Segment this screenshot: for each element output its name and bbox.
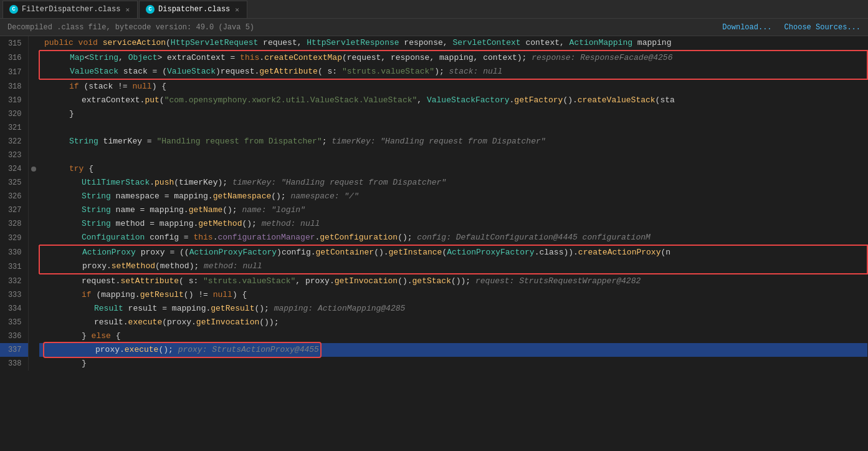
code-token: getResult: [140, 290, 184, 299]
code-token: ,: [417, 95, 427, 105]
code-token: method = mapping.: [111, 219, 198, 228]
code-token: );: [434, 67, 449, 76]
download-link[interactable]: Download...: [722, 23, 771, 32]
code-token: "Handling request from Dispatcher": [156, 137, 322, 146]
code-token: ,: [118, 53, 128, 62]
gutter-cell: [28, 162, 39, 176]
code-token: response,: [399, 38, 453, 47]
table-row: 337proxy.execute(); proxy: StrutsActionP…: [0, 343, 867, 357]
code-token: (timerKey);: [174, 178, 232, 187]
code-area: 315public void serviceAction(HttpServlet…: [0, 36, 868, 451]
code-cell: if (mapping.getResult() != null) {: [39, 288, 867, 302]
table-row: 330ActionProxy proxy = ((ActionProxyFact…: [0, 245, 867, 259]
tab-filter-dispatcher[interactable]: C FilterDispatcher.class ✕: [2, 1, 138, 18]
code-token: execute: [128, 318, 163, 327]
gutter-cell: [28, 107, 39, 121]
code-token: proxy.: [82, 261, 112, 271]
gutter-cell: [28, 329, 39, 343]
code-cell: }: [39, 107, 867, 121]
code-token: "struts.valueStack": [203, 276, 295, 286]
code-token: mapping: ActionMapping@4285: [274, 304, 406, 313]
code-cell: }: [39, 357, 867, 371]
table-row: 328String method = mapping.getMethod(); …: [0, 217, 867, 231]
code-token: setMethod: [112, 261, 155, 271]
code-cell: String namespace = mapping.getNamespace(…: [39, 190, 867, 203]
code-token: createContextMap: [264, 53, 342, 62]
code-token: (request, response, mapping, context);: [342, 53, 532, 62]
code-cell: } else {: [39, 329, 867, 343]
line-number: 332: [0, 274, 28, 288]
code-cell: [39, 121, 867, 135]
code-token: serviceAction: [103, 38, 166, 47]
code-token: this: [240, 53, 259, 62]
code-token: public: [44, 38, 79, 47]
code-token: namespace = mapping.: [111, 192, 213, 201]
code-token: put: [145, 95, 159, 105]
gutter-cell: [28, 51, 39, 65]
code-token: getMethod: [198, 219, 242, 228]
code-token: getContainer: [316, 248, 374, 257]
code-token: getInvocation: [335, 276, 398, 286]
tab-label-filter: FilterDispatcher.class: [22, 5, 120, 14]
code-token: configurationManager: [217, 233, 315, 242]
code-token: stack: null: [449, 67, 503, 76]
gutter-cell: [28, 79, 39, 94]
line-number: 337: [0, 343, 28, 357]
code-cell: proxy.setMethod(method); method: null: [39, 259, 867, 274]
code-token: ());: [451, 276, 475, 286]
line-number: 320: [0, 107, 28, 121]
code-token: String: [69, 137, 98, 146]
table-row: 316Map<String, Object> extraContext = th…: [0, 51, 867, 65]
tab-label-dispatcher: Dispatcher.class: [158, 5, 230, 14]
code-token: (: [166, 38, 171, 47]
code-token: Configuration: [82, 233, 145, 242]
code-token: ();: [271, 192, 290, 201]
code-token: (: [318, 67, 328, 76]
code-token: null: [132, 82, 151, 91]
code-token: (n: [661, 248, 670, 257]
code-token: execute: [125, 345, 159, 354]
code-token: (sta: [656, 95, 675, 105]
code-token: s:: [189, 276, 203, 286]
line-number: 323: [0, 148, 28, 162]
table-row: 327String name = mapping.getName(); name…: [0, 203, 867, 217]
code-token: .: [150, 178, 155, 187]
code-token: ) {: [152, 82, 166, 91]
code-token: )config.: [277, 248, 315, 257]
gutter-cell: [28, 357, 39, 371]
code-token: ();: [242, 219, 261, 228]
code-token: stack = (: [118, 67, 167, 76]
code-cell: Configuration config = this.configuratio…: [39, 231, 867, 245]
code-token: request: StrutsRequestWrapper@4282: [475, 276, 641, 286]
line-number: 328: [0, 217, 28, 231]
gutter-cell: [28, 259, 39, 274]
code-token: extraContext =: [167, 53, 240, 62]
line-number: 326: [0, 190, 28, 203]
tab-icon-filter: C: [9, 5, 18, 14]
code-token: context,: [521, 38, 570, 47]
code-token: else: [92, 331, 111, 341]
line-number: 333: [0, 288, 28, 302]
line-number: 335: [0, 316, 28, 329]
code-token: push: [155, 178, 174, 187]
choose-sources-link[interactable]: Choose Sources...: [785, 23, 861, 32]
code-cell: ActionProxy proxy = ((ActionProxyFactory…: [39, 245, 867, 259]
tab-close-filter[interactable]: ✕: [124, 6, 131, 14]
code-token: method: null: [204, 261, 262, 271]
code-token: ());: [259, 318, 279, 327]
line-number: 318: [0, 79, 28, 94]
line-number: 329: [0, 231, 28, 245]
gutter-cell: [28, 245, 39, 259]
tab-dispatcher[interactable]: C Dispatcher.class ✕: [139, 1, 247, 18]
code-token: if: [82, 290, 96, 299]
code-token: ) {: [232, 290, 247, 299]
tab-close-dispatcher[interactable]: ✕: [234, 6, 241, 14]
code-table: 315public void serviceAction(HttpServlet…: [0, 36, 868, 371]
code-token: (: [160, 95, 165, 105]
code-token: getName: [189, 205, 223, 215]
table-row: 332request.setAttribute( s: "struts.valu…: [0, 274, 867, 288]
gutter-cell: [28, 94, 39, 107]
table-row: 320}: [0, 107, 867, 121]
code-cell: Map<String, Object> extraContext = this.…: [39, 51, 867, 65]
code-cell: extraContext.put("com.opensymphony.xwork…: [39, 94, 867, 107]
